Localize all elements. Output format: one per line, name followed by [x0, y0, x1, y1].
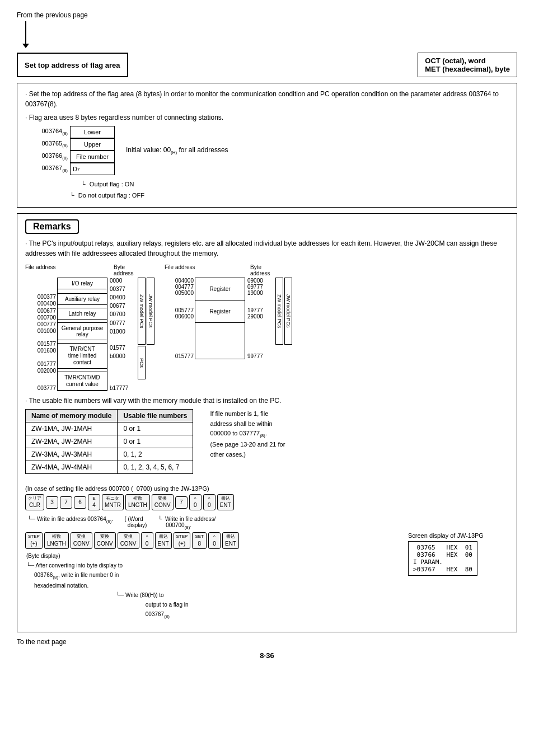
key-3[interactable]: 3 — [46, 496, 58, 509]
cell-upper: Upper — [70, 138, 115, 151]
addr-003767: 003767(8) — [31, 165, 70, 173]
key-0a[interactable]: ^0 — [189, 494, 202, 510]
usable-2: 0 or 1 — [118, 435, 193, 448]
met-label: MET (hexadecimal), byte — [425, 65, 510, 73]
table-row: ZW-1MA, JW-1MAH 0 or 1 — [26, 422, 193, 435]
jw-label-left2: PCs — [139, 358, 144, 368]
initial-value: Initial value: 00(H) for all addresses — [126, 146, 228, 155]
header-row: Set top address of flag area OCT (octal)… — [17, 53, 517, 77]
screen-box: 03765 HEX 01 03766 HEX 00 I PARAM. >0376… — [408, 541, 477, 576]
key-4[interactable]: E4 — [88, 494, 100, 510]
screen-display-title: Screen display of JW-13PG — [408, 532, 509, 539]
key-ent2[interactable]: 書込ENT — [155, 532, 172, 548]
screen-display-section: Screen display of JW-13PG 03765 HEX 01 0… — [408, 532, 509, 576]
screen-row-4: >03767 HEX 80 — [413, 566, 472, 573]
jw-label-right: JW model PCs — [285, 294, 291, 328]
key-7[interactable]: 7 — [60, 496, 72, 509]
cell-lower: Lower — [70, 126, 115, 138]
key-conv1[interactable]: 変換CONV — [152, 494, 174, 510]
addr-003764: 003764(8) — [31, 128, 70, 136]
usable-4: 0, 1, 2, 3, 4, 5, 6, 7 — [118, 461, 193, 474]
main-content: · Set the top address of the flag area (… — [17, 83, 517, 208]
key-lngth2[interactable]: 桁数LNGTH — [44, 532, 69, 548]
module-name-3: ZW-3MA, JW-3MAH — [26, 448, 118, 461]
key-step-plus2[interactable]: STEP(+) — [174, 532, 191, 548]
oct-met-box: OCT (octal), word MET (hexadecimal), byt… — [418, 53, 517, 77]
table-row: ZW-4MA, JW-4MAH 0, 1, 2, 3, 4, 5, 6, 7 — [26, 461, 193, 474]
desc2: · Flag area uses 8 bytes regardless numb… — [25, 112, 509, 123]
remarks-text: · The PC's input/output relays, auxiliar… — [25, 238, 509, 259]
usable-3: 0, 1, 2 — [118, 448, 193, 461]
cell-filenumber: File number — [70, 151, 115, 163]
key-section: (In case of setting file address 000700 … — [25, 485, 509, 621]
key-0c[interactable]: ^0 — [141, 532, 153, 548]
key-mntr[interactable]: モニタMNTR — [102, 494, 124, 510]
file-note: If file number is 1, file address shall … — [210, 409, 285, 459]
module-name-4: ZW-4MA, JW-4MAH — [26, 461, 118, 474]
key-0d[interactable]: ^0 — [208, 532, 221, 548]
zw-label-right: ZW model PCs — [277, 294, 282, 328]
output-on: Output flag : ON — [90, 181, 134, 187]
flag-notes: └ Output flag : ON └ Do not output flag … — [70, 180, 509, 200]
key-row-2-section: STEP(+) 桁数LNGTH 変換CONV 変換CONV 変換CONV ^0 … — [25, 532, 239, 620]
usable-note: · The usable file numbers will vary with… — [25, 396, 509, 406]
byte-convert-note: └─ After converting into byte display to… — [26, 561, 239, 591]
key-conv4[interactable]: 変換CONV — [118, 532, 139, 548]
key-6[interactable]: 6 — [74, 496, 86, 509]
left-memory-chart: File address Byte address 000377 000400 … — [25, 264, 154, 391]
byte-display-note: (Byte display) — [26, 551, 239, 561]
key-note: (In case of setting file address 000700 … — [25, 485, 509, 492]
address-table: 003764(8) Lower 003765(8) Upper 003766(8… — [31, 126, 115, 175]
zw-label-left: ZW model PCs — [139, 294, 144, 328]
remarks-title: Remarks — [25, 219, 79, 234]
module-row: Name of memory module Usable file number… — [25, 409, 509, 480]
table-row: ZW-3MA, JW-3MAH 0, 1, 2 — [26, 448, 193, 461]
usable-1: 0 or 1 — [118, 422, 193, 435]
key-row-1: クリアCLR 3 7 6 E4 モニタMNTR 桁数LNGTH 変換CONV 7… — [25, 494, 234, 510]
remarks-section: Remarks · The PC's input/output relays, … — [17, 213, 517, 632]
desc1: · Set the top address of the flag area (… — [25, 89, 509, 109]
jw-label-left: JW model PCs — [148, 294, 153, 328]
key-step-plus[interactable]: STEP(+) — [25, 532, 43, 548]
screen-row-2: 03766 HEX 00 — [413, 551, 472, 558]
page-number: 8·36 — [17, 651, 517, 660]
to-next: To the next page — [17, 638, 517, 646]
module-name-2: ZW-2MA, JW-2MAH — [26, 435, 118, 448]
screen-row-3: I PARAM. — [413, 558, 472, 566]
key-0b[interactable]: ^0 — [203, 494, 216, 510]
cell-d7: D7 — [70, 163, 115, 175]
flag-box: Set top address of flag area — [17, 53, 128, 77]
key-note-word-display: { (Word display) — [124, 516, 147, 530]
module-table: Name of memory module Usable file number… — [25, 409, 193, 474]
key-conv3[interactable]: 変換CONV — [94, 532, 116, 548]
key-7b[interactable]: 7 — [175, 496, 188, 509]
right-memory-chart: File address Byte address 004000 004777 … — [165, 264, 292, 391]
key-conv2[interactable]: 変換CONV — [71, 532, 92, 548]
write-80-note: └─ Write (80(H)) to output to a flag in … — [116, 590, 239, 621]
screen-row-1: 03765 HEX 01 — [413, 544, 472, 551]
table-row: ZW-2MA, JW-2MAH 0 or 1 — [26, 435, 193, 448]
key-ent1[interactable]: 書込ENT — [217, 494, 234, 510]
key-ent3[interactable]: 書込ENT — [222, 532, 239, 548]
key-set8[interactable]: SET8 — [192, 532, 207, 548]
oct-label: OCT (octal), word — [425, 57, 510, 65]
col-header-module: Name of memory module — [26, 410, 118, 422]
key-clr[interactable]: クリアCLR — [25, 494, 44, 510]
key-note-write-file: └─ Write in file address 003764(8). — [27, 516, 113, 530]
module-name-1: ZW-1MA, JW-1MAH — [26, 422, 118, 435]
from-prev: From the previous page — [17, 11, 517, 19]
key-row-2: STEP(+) 桁数LNGTH 変換CONV 変換CONV 変換CONV ^0 … — [25, 532, 239, 548]
key-note-write-file2: └ Write in file address/ 000700(8). — [158, 516, 216, 530]
addr-003765: 003765(8) — [31, 140, 70, 148]
flag-box-label: Set top address of flag area — [25, 61, 120, 69]
addr-003766: 003766(8) — [31, 152, 70, 161]
key-lngth[interactable]: 桁数LNGTH — [125, 494, 150, 510]
output-off: Do not output flag : OFF — [78, 192, 144, 199]
col-header-usable: Usable file numbers — [118, 410, 193, 422]
